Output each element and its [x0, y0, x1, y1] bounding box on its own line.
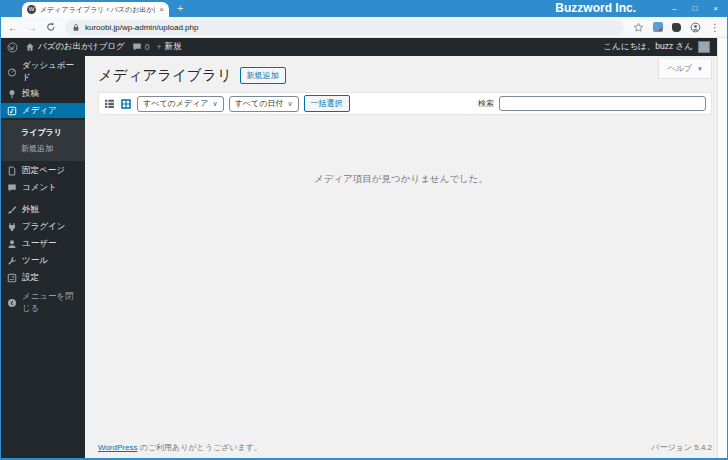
- sidebar-item-pages[interactable]: 固定ページ: [1, 163, 85, 178]
- new-label: 新規: [165, 41, 182, 53]
- lock-icon: [72, 23, 80, 32]
- search-label: 検索: [478, 98, 494, 109]
- sidebar-item-appearance[interactable]: 外観: [1, 202, 85, 217]
- grid-view-icon[interactable]: [120, 98, 132, 110]
- wordpress-favicon-icon: W: [27, 5, 36, 14]
- search-input[interactable]: [499, 96, 706, 111]
- media-library-page: ヘルプ ▼ メディアライブラリ 新規追加 すべてのメディア ∨ すべての日付 ∨…: [85, 56, 717, 458]
- wrench-icon: [7, 256, 17, 266]
- tab-title: メディアライブラリ ‹ バズのお出かけブ: [40, 5, 155, 15]
- add-new-button[interactable]: 新規追加: [240, 67, 286, 84]
- sidebar-item-collapse-menu[interactable]: メニューを閉じる: [1, 295, 85, 310]
- sidebar-item-posts[interactable]: 投稿: [1, 86, 85, 101]
- howdy-greeting[interactable]: こんにちは、buzz さん: [603, 41, 693, 53]
- media-toolbar: すべてのメディア ∨ すべての日付 ∨ 一括選択 検索: [98, 92, 712, 115]
- extension-icon[interactable]: [672, 23, 681, 32]
- brush-icon: [7, 205, 17, 215]
- new-tab-button[interactable]: +: [177, 2, 183, 15]
- collapse-arrow-icon: [7, 298, 17, 308]
- admin-sidebar: ダッシュボード 投稿 メディア ライブラリ 新規追加 固定ページ コメント 外観…: [1, 56, 85, 458]
- dashboard-icon: [7, 67, 17, 77]
- user-icon: [7, 239, 17, 249]
- browser-titlebar: W メディアライブラリ ‹ バズのお出かけブ × + Buzzword Inc.…: [0, 0, 728, 17]
- browser-tab[interactable]: W メディアライブラリ ‹ バズのお出かけブ ×: [22, 2, 169, 17]
- tab-close-icon[interactable]: ×: [159, 5, 164, 14]
- window-minimize-button[interactable]: –: [672, 4, 676, 13]
- window-title: Buzzword Inc.: [555, 0, 636, 17]
- chevron-down-icon: ▼: [697, 66, 703, 72]
- pages-icon: [7, 166, 17, 176]
- list-view-icon[interactable]: [104, 98, 115, 109]
- avatar[interactable]: [698, 41, 710, 53]
- forward-icon[interactable]: →: [27, 22, 37, 33]
- sidebar-item-media[interactable]: メディア: [1, 103, 85, 118]
- chevron-down-icon: ∨: [287, 100, 292, 108]
- chevron-down-icon: ∨: [213, 100, 218, 108]
- bulk-select-button[interactable]: 一括選択: [304, 95, 350, 112]
- submenu-item-library[interactable]: ライブラリ: [1, 124, 85, 140]
- comments-icon: [7, 183, 17, 193]
- help-button[interactable]: ヘルプ ▼: [658, 59, 712, 79]
- sidebar-item-plugins[interactable]: プラグイン: [1, 219, 85, 234]
- page-scrollbar[interactable]: [717, 38, 727, 458]
- wordpress-logo-icon[interactable]: [7, 42, 18, 53]
- profile-icon[interactable]: [690, 22, 701, 33]
- sidebar-item-settings[interactable]: 設定: [1, 270, 85, 285]
- screen-capture-extension-icon[interactable]: [653, 22, 663, 32]
- admin-bar-site-link[interactable]: バズのお出かけブログ: [25, 41, 125, 53]
- site-name: バズのお出かけブログ: [38, 41, 125, 53]
- submenu-item-add-new[interactable]: 新規追加: [1, 140, 85, 156]
- media-submenu: ライブラリ 新規追加: [1, 120, 85, 161]
- bookmark-star-icon[interactable]: [633, 22, 644, 33]
- window-close-button[interactable]: ×: [713, 4, 718, 13]
- page-title: メディアライブラリ: [98, 66, 232, 85]
- wp-admin-bar: バズのお出かけブログ 0 + 新規 こんにちは、buzz さん: [0, 38, 717, 56]
- settings-icon: [7, 273, 17, 283]
- footer-thanks: WordPress のご利用ありがとうございます。: [98, 442, 262, 453]
- menu-kebab-icon[interactable]: ⋮: [710, 22, 720, 33]
- plugin-icon: [7, 222, 17, 232]
- reload-icon[interactable]: [46, 22, 56, 32]
- url-text: kuroobi.jp/wp-admin/upload.php: [85, 23, 198, 32]
- browser-toolbar: ← → kuroobi.jp/wp-admin/upload.php ⋮: [0, 17, 728, 38]
- comment-bubble-icon: [132, 42, 142, 52]
- admin-bar-new[interactable]: + 新規: [157, 41, 182, 53]
- media-type-filter[interactable]: すべてのメディア ∨: [137, 96, 224, 112]
- version-label: バージョン 5.4.2: [651, 442, 712, 453]
- sidebar-item-comments[interactable]: コメント: [1, 180, 85, 195]
- wordpress-link[interactable]: WordPress: [98, 443, 137, 452]
- home-icon: [25, 42, 35, 52]
- media-icon: [7, 106, 17, 116]
- back-icon[interactable]: ←: [8, 22, 18, 33]
- admin-bar-comments[interactable]: 0: [132, 42, 150, 52]
- date-filter[interactable]: すべての日付 ∨: [229, 96, 299, 112]
- address-bar[interactable]: kuroobi.jp/wp-admin/upload.php: [65, 20, 624, 35]
- sidebar-item-users[interactable]: ユーザー: [1, 236, 85, 251]
- empty-media-message: メディア項目が見つかりませんでした。: [85, 173, 717, 186]
- sidebar-item-tools[interactable]: ツール: [1, 253, 85, 268]
- plus-icon: +: [157, 42, 162, 52]
- comments-count: 0: [145, 42, 150, 52]
- sidebar-item-dashboard[interactable]: ダッシュボード: [1, 64, 85, 79]
- window-maximize-button[interactable]: □: [692, 4, 697, 13]
- pushpin-icon: [7, 89, 17, 99]
